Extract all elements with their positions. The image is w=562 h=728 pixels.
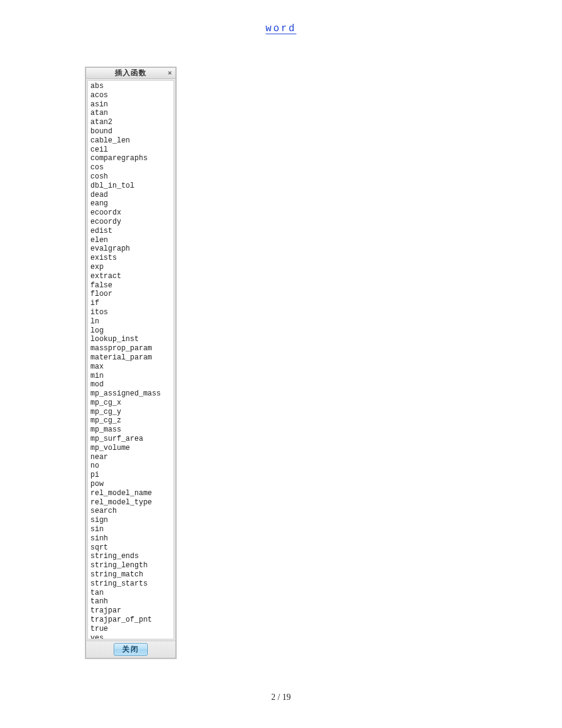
list-item[interactable]: mp_volume — [90, 444, 173, 453]
list-item[interactable]: false — [90, 281, 173, 290]
list-item[interactable]: itos — [90, 308, 173, 317]
list-item[interactable]: massprop_param — [90, 344, 173, 353]
list-item[interactable]: mp_mass — [90, 425, 173, 435]
close-button[interactable]: 关闭 — [114, 643, 148, 656]
list-item[interactable]: tan — [90, 589, 173, 598]
list-item[interactable]: if — [90, 299, 173, 308]
list-item[interactable]: asin — [90, 100, 173, 109]
list-item[interactable]: elen — [90, 236, 173, 245]
list-item[interactable]: string_starts — [90, 579, 173, 589]
dialog-titlebar: 插入函数 × — [86, 68, 175, 79]
list-item[interactable]: true — [90, 625, 173, 634]
list-item[interactable]: lookup_inst — [90, 335, 173, 344]
list-item[interactable]: yes — [90, 634, 173, 639]
insert-function-dialog: 插入函数 × absacosasinatanatan2boundcable_le… — [85, 67, 177, 659]
list-item[interactable]: abs — [90, 82, 173, 91]
list-item[interactable]: mp_cg_y — [90, 408, 173, 417]
list-item[interactable]: sin — [90, 525, 173, 534]
list-item[interactable]: sign — [90, 516, 173, 525]
list-item[interactable]: min — [90, 372, 173, 381]
list-item[interactable]: ln — [90, 317, 173, 326]
list-item[interactable]: sinh — [90, 534, 173, 543]
list-item[interactable]: mp_cg_x — [90, 399, 173, 408]
list-item[interactable]: string_length — [90, 561, 173, 570]
list-item[interactable]: sqrt — [90, 543, 173, 553]
header-link[interactable]: word — [266, 23, 296, 34]
list-item[interactable]: bound — [90, 127, 173, 136]
list-item[interactable]: eang — [90, 199, 173, 208]
close-icon[interactable]: × — [166, 68, 174, 77]
list-item[interactable]: atan — [90, 109, 173, 118]
list-item[interactable]: mp_assigned_mass — [90, 389, 173, 399]
list-item[interactable]: dbl_in_tol — [90, 182, 173, 191]
list-item[interactable]: edist — [90, 227, 173, 236]
dialog-title: 插入函数 — [115, 68, 147, 78]
list-item[interactable]: ceil — [90, 145, 173, 155]
list-item[interactable]: atan2 — [90, 118, 173, 127]
function-listbox[interactable]: absacosasinatanatan2boundcable_lenceilco… — [87, 80, 174, 639]
list-item[interactable]: rel_model_name — [90, 489, 173, 498]
dialog-footer: 关闭 — [86, 641, 175, 658]
list-item[interactable]: mod — [90, 380, 173, 389]
list-item[interactable]: ecoordy — [90, 218, 173, 227]
list-item[interactable]: exp — [90, 263, 173, 272]
list-item[interactable]: search — [90, 507, 173, 516]
list-item[interactable]: cos — [90, 163, 173, 172]
list-item[interactable]: string_match — [90, 570, 173, 579]
listbox-wrap: absacosasinatanatan2boundcable_lenceilco… — [86, 79, 175, 641]
list-item[interactable]: dead — [90, 191, 173, 200]
list-item[interactable]: max — [90, 362, 173, 372]
list-item[interactable]: rel_model_type — [90, 498, 173, 507]
list-item[interactable]: trajpar_of_pnt — [90, 616, 173, 625]
list-item[interactable]: evalgraph — [90, 245, 173, 254]
list-item[interactable]: pow — [90, 480, 173, 489]
list-item[interactable]: near — [90, 453, 173, 462]
list-item[interactable]: material_param — [90, 353, 173, 362]
list-item[interactable]: trajpar — [90, 606, 173, 616]
list-item[interactable]: ecoordx — [90, 208, 173, 218]
list-item[interactable]: comparegraphs — [90, 154, 173, 163]
page-number: 2 / 19 — [0, 693, 562, 702]
list-item[interactable]: mp_surf_area — [90, 435, 173, 444]
list-item[interactable]: tanh — [90, 597, 173, 606]
list-item[interactable]: no — [90, 461, 173, 471]
list-item[interactable]: cosh — [90, 172, 173, 182]
list-item[interactable]: cable_len — [90, 136, 173, 145]
list-item[interactable]: exists — [90, 254, 173, 263]
list-item[interactable]: extract — [90, 272, 173, 281]
list-item[interactable]: floor — [90, 290, 173, 299]
list-item[interactable]: log — [90, 326, 173, 336]
list-item[interactable]: string_ends — [90, 552, 173, 561]
list-item[interactable]: pi — [90, 471, 173, 480]
page-header: word — [0, 23, 562, 34]
list-item[interactable]: acos — [90, 91, 173, 100]
list-item[interactable]: mp_cg_z — [90, 416, 173, 425]
